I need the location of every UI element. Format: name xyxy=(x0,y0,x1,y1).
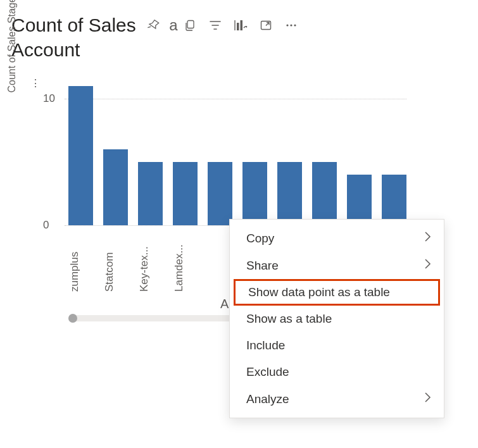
y-axis-label: Count of Sales Stage ... xyxy=(6,0,18,109)
x-tick-label: Statcom xyxy=(103,232,128,292)
chart-title: Count of Sales a xyxy=(11,13,467,62)
svg-point-10 xyxy=(286,24,288,26)
bar[interactable] xyxy=(208,162,232,225)
bar[interactable] xyxy=(138,162,163,225)
x-tick-label: Key-tex... xyxy=(138,232,163,292)
svg-point-11 xyxy=(290,24,292,26)
menu-item-exclude[interactable]: Exclude xyxy=(230,359,444,385)
chevron-right-icon xyxy=(424,258,431,273)
y-tick-10: 10 xyxy=(43,92,55,105)
menu-item-show-data-point-as-a-table[interactable]: Show data point as a table xyxy=(234,279,440,306)
bar[interactable] xyxy=(277,162,302,225)
bar[interactable] xyxy=(103,149,128,225)
bar[interactable] xyxy=(312,162,337,225)
menu-item-label: Copy xyxy=(246,232,274,246)
menu-item-show-as-a-table[interactable]: Show as a table xyxy=(230,306,444,332)
menu-item-label: Show data point as a table xyxy=(248,285,390,299)
truncated-text-fragment: a xyxy=(169,15,177,35)
menu-item-label: Include xyxy=(246,339,285,352)
menu-item-include[interactable]: Include xyxy=(230,332,444,359)
filter-icon[interactable] xyxy=(208,18,222,32)
svg-line-0 xyxy=(148,25,151,28)
svg-rect-6 xyxy=(237,23,239,30)
chevron-right-icon xyxy=(424,231,431,246)
menu-item-analyze[interactable]: Analyze xyxy=(230,385,444,413)
menu-item-label: Exclude xyxy=(246,365,289,379)
context-menu: CopyShareShow data point as a tableShow … xyxy=(229,219,444,418)
menu-item-share[interactable]: Share xyxy=(230,252,444,279)
svg-rect-1 xyxy=(187,21,194,28)
y-tick-0: 0 xyxy=(43,219,49,232)
menu-item-copy[interactable]: Copy xyxy=(230,225,444,252)
chevron-right-icon xyxy=(424,392,431,406)
pin-icon[interactable] xyxy=(146,18,160,32)
bar[interactable] xyxy=(68,86,93,225)
title-line-2: Account xyxy=(11,39,80,60)
menu-item-label: Analyze xyxy=(246,392,289,406)
copy-icon[interactable] xyxy=(183,18,197,32)
visual-toolbar: a xyxy=(146,15,298,35)
spotlight-icon[interactable] xyxy=(234,18,248,32)
y-axis-options-icon[interactable]: ⋮ xyxy=(30,77,42,89)
menu-item-label: Share xyxy=(246,259,279,273)
focus-mode-icon[interactable] xyxy=(259,18,273,32)
bar[interactable] xyxy=(173,162,198,225)
x-tick-label: zumplus xyxy=(68,232,93,292)
svg-rect-7 xyxy=(240,20,242,30)
plot-area: 10 0 xyxy=(65,73,406,225)
svg-point-12 xyxy=(294,24,296,26)
bar[interactable] xyxy=(347,175,372,225)
title-line-1: Count of Sales xyxy=(11,15,136,35)
menu-item-label: Show as a table xyxy=(246,312,332,326)
more-options-icon[interactable] xyxy=(284,18,298,32)
bar[interactable] xyxy=(382,175,406,225)
bar[interactable] xyxy=(242,162,267,225)
bars-container xyxy=(68,73,406,225)
svg-line-9 xyxy=(266,23,269,26)
scrollbar-thumb[interactable] xyxy=(68,314,77,323)
x-tick-label: Lamdex... xyxy=(173,232,198,292)
